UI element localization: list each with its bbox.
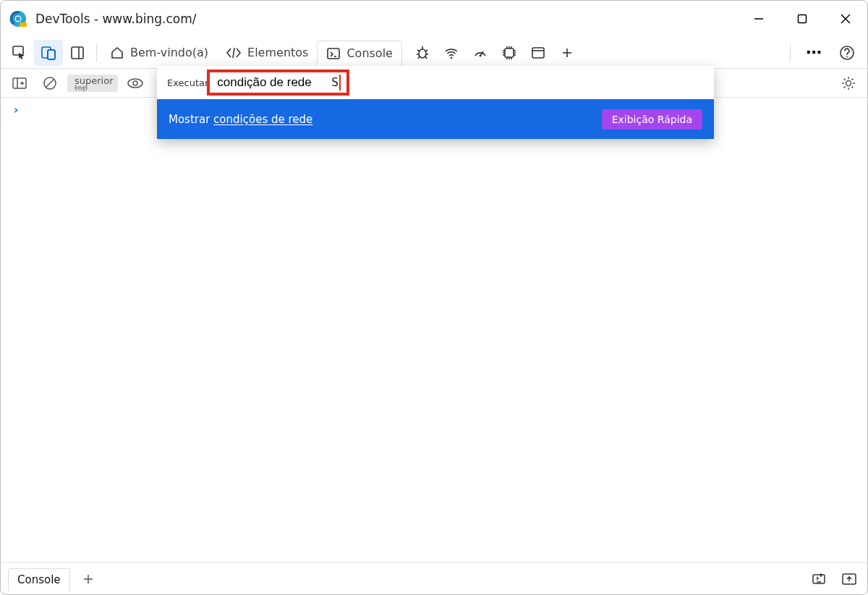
add-tab-icon[interactable]	[553, 40, 582, 66]
svg-rect-41	[532, 48, 544, 58]
svg-rect-12	[72, 47, 83, 59]
console-body[interactable]: ›	[1, 98, 867, 562]
command-result-text: Mostrar condições de rede	[169, 113, 312, 126]
svg-rect-47	[13, 78, 26, 88]
expand-drawer-icon[interactable]	[838, 568, 860, 590]
execution-context-selector[interactable]: superior top	[67, 75, 118, 92]
tab-elements[interactable]: Elementos	[217, 40, 317, 66]
window-title: DevTools - www.bing.com/	[35, 12, 197, 26]
clear-console-icon[interactable]	[37, 72, 63, 95]
console-settings-icon[interactable]	[835, 72, 861, 95]
command-result-badge: Exibição Rápida	[602, 109, 702, 130]
command-input-highlight: S	[207, 69, 349, 96]
command-result-row[interactable]: Mostrar condições de rede Exibição Rápid…	[157, 99, 714, 139]
close-button[interactable]	[824, 1, 867, 37]
svg-point-46	[846, 56, 848, 57]
drawer-add-tab-icon[interactable]	[77, 568, 99, 590]
more-options-icon[interactable]: ⋯	[799, 40, 828, 66]
svg-line-23	[418, 56, 420, 59]
memory-icon[interactable]	[495, 40, 524, 66]
tab-separator	[96, 43, 97, 62]
devtools-window: DevTools - www.bing.com/	[0, 0, 868, 595]
console-prompt-caret: ›	[14, 104, 18, 117]
drawer-bar: Console	[1, 562, 867, 594]
issues-icon[interactable]	[808, 568, 830, 590]
help-icon[interactable]	[833, 40, 861, 66]
command-input[interactable]	[216, 75, 317, 90]
command-menu: Executar S Mostrar condições de rede Exi…	[157, 66, 714, 139]
inspect-element-icon[interactable]	[5, 40, 34, 66]
tab-welcome[interactable]: Bem-vindo(a)	[101, 40, 217, 66]
toggle-sidebar-icon[interactable]	[7, 72, 33, 95]
tab-elements-label: Elementos	[247, 46, 308, 59]
svg-point-53	[846, 80, 851, 85]
separator	[790, 43, 791, 62]
svg-point-25	[451, 56, 453, 59]
window-controls	[737, 1, 867, 37]
device-toggle-icon[interactable]	[34, 40, 63, 66]
tab-welcome-label: Bem-vindo(a)	[130, 46, 208, 59]
command-prefix-label: Executar	[167, 77, 208, 88]
svg-point-27	[480, 54, 482, 56]
svg-line-14	[233, 48, 234, 58]
svg-rect-15	[328, 48, 339, 59]
command-input-trailing: S	[331, 76, 339, 89]
network-icon[interactable]	[437, 40, 466, 66]
svg-rect-28	[505, 48, 514, 57]
svg-rect-10	[48, 50, 55, 59]
app-icon	[8, 9, 28, 29]
maximize-button[interactable]	[780, 1, 824, 37]
dock-side-icon[interactable]	[63, 40, 92, 66]
svg-line-24	[425, 56, 427, 59]
svg-rect-8	[13, 46, 23, 55]
command-search-row: Executar S	[157, 66, 714, 99]
minimize-button[interactable]	[737, 1, 780, 37]
application-icon[interactable]	[524, 40, 553, 66]
text-caret	[339, 75, 341, 90]
live-expression-icon[interactable]	[122, 72, 148, 95]
titlebar: DevTools - www.bing.com/	[1, 1, 867, 37]
drawer-tab-console[interactable]: Console	[8, 568, 70, 591]
svg-point-2	[16, 17, 20, 21]
svg-rect-3	[20, 22, 27, 27]
svg-point-52	[133, 81, 137, 85]
tab-console-label: Console	[346, 46, 393, 60]
tab-strip: Bem-vindo(a) Elementos Console	[1, 37, 867, 69]
performance-icon[interactable]	[466, 40, 495, 66]
svg-rect-5	[799, 15, 807, 23]
tab-console[interactable]: Console	[317, 41, 402, 67]
svg-line-50	[46, 79, 54, 87]
svg-point-51	[128, 79, 142, 88]
debugger-icon[interactable]	[408, 40, 437, 66]
svg-line-19	[417, 50, 420, 51]
svg-line-20	[425, 50, 427, 51]
svg-point-17	[419, 49, 426, 58]
